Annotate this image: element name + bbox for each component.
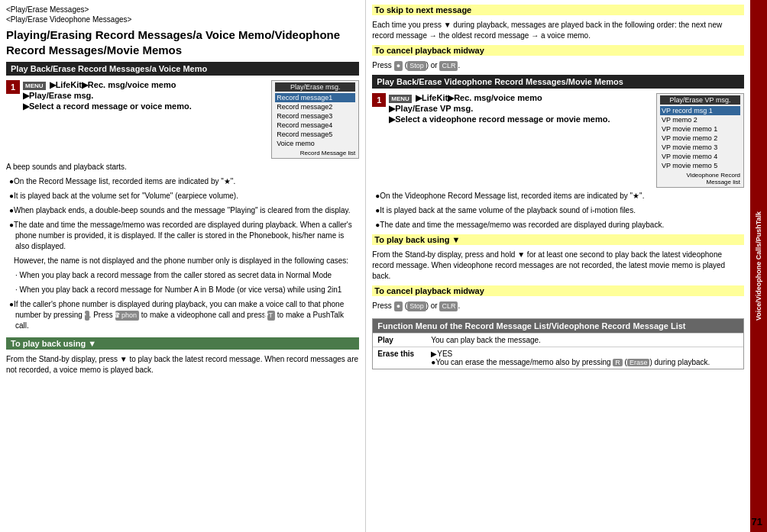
- ss1-item5: Voice memo: [275, 139, 355, 148]
- page-wrap: <Play/Erase Messages> <Play/Erase Videop…: [0, 0, 767, 532]
- function-content-play: You can play back the message.: [426, 334, 743, 347]
- section2-header: Play Back/Erase Videophone Record Messag…: [372, 75, 744, 89]
- cancel1-header: To cancel playback midway: [372, 45, 744, 56]
- skip-body: Each time you press ▼ during playback, m…: [372, 20, 744, 41]
- main-title: Playing/Erasing Record Messages/a Voice …: [6, 27, 359, 57]
- left-column: <Play/Erase Messages> <Play/Erase Videop…: [0, 0, 366, 532]
- ss2-item1: VP memo 2: [660, 115, 740, 124]
- play-back2-header: To play back using ▼: [372, 234, 744, 245]
- screenshot1-caption: Record Message list: [275, 150, 355, 156]
- call-key[interactable]: ↗: [85, 311, 89, 321]
- ss1-item2: Record message3: [275, 111, 355, 121]
- bullet0: ●On the Record Message list, recorded it…: [6, 176, 359, 187]
- section1-header: Play Back/Erase Record Messages/a Voice …: [6, 62, 359, 76]
- step1-line2: ▶Play/Erase msg.: [23, 91, 192, 101]
- menu-icon2: MENU: [389, 95, 412, 103]
- erase-label[interactable]: Erase: [627, 359, 650, 366]
- clr-key[interactable]: CLR: [439, 61, 458, 71]
- ss2-item4: VP movie memo 3: [660, 143, 740, 152]
- sidebar-label: Voice/Videophone Calls/PushTalk: [750, 0, 767, 532]
- right-column: To skip to next message Each time you pr…: [366, 0, 750, 532]
- breadcrumb-line1: <Play/Erase Messages>: [6, 5, 89, 14]
- push-key[interactable]: PT: [267, 311, 275, 321]
- erase-key[interactable]: R: [613, 359, 623, 366]
- cols-wrap: <Play/Erase Messages> <Play/Erase Videop…: [0, 0, 750, 532]
- stop-key2[interactable]: Stop: [407, 301, 426, 311]
- step1-lines: MENU ▶LifeKit▶Rec. msg/voice memo ▶Play/…: [23, 80, 192, 111]
- step2-line3: ▶Select a videophone record message or m…: [389, 114, 610, 124]
- bullet2-1: ●It is played back at the same volume of…: [372, 205, 744, 216]
- phone-key[interactable]: ☎ phon: [115, 311, 140, 321]
- stop-key[interactable]: Stop: [407, 61, 426, 71]
- screenshot2-title: Play/Erase VP msg.: [660, 95, 740, 105]
- cancel1-body: Press ● (Stop) or CLR.: [372, 60, 744, 71]
- ss1-item4: Record message5: [275, 130, 355, 139]
- step2-badge: 1: [372, 93, 386, 107]
- ss2-item0: VP record msg 1: [660, 106, 740, 115]
- step1-badge: 1: [6, 80, 20, 94]
- ss2-item5: VP movie memo 4: [660, 152, 740, 161]
- step1-row: 1 MENU ▶LifeKit▶Rec. msg/voice memo ▶Pla…: [6, 80, 359, 159]
- cancel2-body: Press ● (Stop) or CLR.: [372, 301, 744, 311]
- ss1-item0: Record message1: [275, 93, 355, 102]
- screenshot2-caption: Videophone Record Message list: [660, 172, 740, 185]
- step1-main: 1 MENU ▶LifeKit▶Rec. msg/voice memo ▶Pla…: [6, 80, 268, 159]
- step2-main: 1 MENU ▶LifeKit▶Rec. msg/voice memo ▶Pla…: [372, 93, 653, 188]
- screenshot1: Play/Erase msg. Record message1 Record m…: [271, 80, 359, 159]
- function-label-erase: Erase this: [373, 347, 426, 369]
- screenshot1-title: Play/Erase msg.: [275, 82, 355, 92]
- function-content-erase: ▶YES ●You can erase the message/memo als…: [426, 347, 743, 369]
- function-row-erase: Erase this ▶YES ●You can erase the messa…: [373, 347, 743, 369]
- step2-line2: ▶Play/Erase VP msg.: [389, 104, 610, 114]
- function-row-play: Play You can play back the message.: [373, 334, 743, 347]
- sub-bullet2: · When you play back a record message fo…: [6, 285, 359, 295]
- step1-content: 1 MENU ▶LifeKit▶Rec. msg/voice memo ▶Pla…: [6, 80, 268, 111]
- clr-key2[interactable]: CLR: [439, 301, 458, 311]
- play-back-body: From the Stand-by display, press ▼ to pl…: [6, 354, 359, 376]
- skip-header: To skip to next message: [372, 5, 744, 15]
- function-label-play: Play: [373, 334, 426, 347]
- play-back2-body: From the Stand-by display, press and hol…: [372, 250, 744, 282]
- step2-lines: MENU ▶LifeKit▶Rec. msg/voice memo ▶Play/…: [389, 93, 610, 124]
- circle-key2[interactable]: ●: [394, 301, 403, 311]
- however-text: However, the name is not displayed and t…: [6, 256, 359, 266]
- bullet2: ●When playback ends, a double-beep sound…: [6, 205, 359, 216]
- ss1-item1: Record message2: [275, 102, 355, 111]
- ss1-item3: Record message4: [275, 121, 355, 130]
- breadcrumb: <Play/Erase Messages> <Play/Erase Videop…: [6, 5, 359, 24]
- step2-content: 1 MENU ▶LifeKit▶Rec. msg/voice memo ▶Pla…: [372, 93, 653, 124]
- breadcrumb-line2: <Play/Erase Videophone Messages>: [6, 15, 131, 24]
- cancel2-header: To cancel playback midway: [372, 285, 744, 296]
- menu-icon: MENU: [23, 82, 46, 90]
- bullet2-2: ●The date and time the message/memo was …: [372, 220, 744, 231]
- body-text1: A beep sounds and playback starts.: [6, 162, 359, 172]
- bullet4: ●If the caller's phone number is display…: [6, 299, 359, 331]
- function-menu: Function Menu of the Record Message List…: [372, 318, 744, 369]
- function-menu-header: Function Menu of the Record Message List…: [373, 319, 743, 333]
- step1-line3: ▶Select a record message or voice memo.: [23, 102, 192, 111]
- screenshot2: Play/Erase VP msg. VP record msg 1 VP me…: [656, 93, 744, 188]
- ss2-item6: VP movie memo 5: [660, 161, 740, 170]
- ss2-item3: VP movie memo 2: [660, 134, 740, 143]
- function-menu-table: Play You can play back the message. Eras…: [373, 333, 743, 369]
- sub-bullet1: · When you play back a record message fr…: [6, 270, 359, 281]
- page-number: 71: [752, 516, 762, 527]
- step2-row: 1 MENU ▶LifeKit▶Rec. msg/voice memo ▶Pla…: [372, 93, 744, 188]
- bullet3: ●The date and time the message/memo was …: [6, 220, 359, 252]
- ss2-item2: VP movie memo 1: [660, 124, 740, 134]
- play-back-header: To play back using ▼: [6, 337, 359, 350]
- step2-line1: MENU ▶LifeKit▶Rec. msg/voice memo: [389, 93, 610, 103]
- bullet2-0: ●On the Videophone Record Message list, …: [372, 191, 744, 202]
- step1-line1: MENU ▶LifeKit▶Rec. msg/voice memo: [23, 80, 192, 90]
- circle-key[interactable]: ●: [394, 61, 403, 71]
- bullet1: ●It is played back at the volume set for…: [6, 191, 359, 202]
